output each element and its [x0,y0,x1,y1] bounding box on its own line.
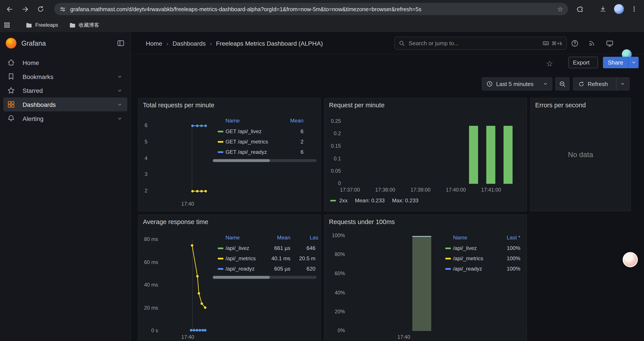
browser-toolbar: grafana.mathmast.com/d/deytv4rwavabkb/fr… [0,0,644,18]
grafana-top-nav: Home›Dashboards›Freeleaps Metrics Dashbo… [131,32,644,54]
legend-column-header[interactable]: Mean [229,234,290,240]
line-chart [150,126,210,191]
time-range-picker[interactable]: Last 5 minutes [482,77,552,90]
x-axis-label: 17:38:00 [369,187,402,193]
legend-value: 100% [459,255,520,261]
bookmark-folder-freeleaps[interactable]: Freeleaps [23,21,61,30]
extensions-icon[interactable] [574,3,586,15]
share-menu-chevron-icon[interactable] [628,57,639,68]
breadcrumb: Home›Dashboards›Freeleaps Metrics Dashbo… [146,32,323,54]
bookmark-folder-label: Freeleaps [35,22,58,28]
y-axis-label: 0.2 [324,131,341,137]
y-axis-label: 3 [138,172,148,177]
help-icon[interactable] [570,38,580,48]
panel-title[interactable]: Total requests per minute [143,102,214,109]
grafana-logo[interactable] [6,38,16,49]
bell-icon [7,114,15,122]
breadcrumb-separator: › [210,40,212,47]
y-axis-label: 0 [324,181,341,186]
legend-scrollbar-thumb[interactable] [213,159,270,162]
legend-column-header[interactable]: Las [310,234,318,240]
y-axis-label: 80% [324,252,345,257]
collapse-sidebar-icon[interactable] [116,39,125,47]
x-axis-label: 17:37:00 [334,187,366,193]
breadcrumb-item[interactable]: Dashboards [172,40,206,47]
panel-title[interactable]: Request per minute [329,102,384,109]
downloads-icon[interactable] [597,3,608,15]
search-placeholder: Search or jump to... [408,40,542,47]
bar [504,126,512,184]
refresh-button[interactable]: Refresh [574,78,613,90]
legend-column-header[interactable]: Last * [459,234,520,240]
chevron-down-icon [117,88,122,93]
y-axis-label: 40% [324,290,345,295]
back-icon[interactable] [4,3,15,15]
panel-errors-per-second: Errors per secondNo data [530,98,631,211]
legend-value: 646 [254,245,316,251]
breadcrumb-separator: › [166,40,168,47]
y-axis-label: 20 ms [138,305,158,310]
rss-icon[interactable] [587,38,597,48]
grafana-app: Grafana HomeBookmarksStarredDashboardsAl… [0,32,644,341]
chat-widget-avatar[interactable] [623,252,638,267]
star-icon [7,86,15,94]
legend-value: 20.5 m [254,255,316,261]
bar [469,126,478,184]
y-axis-label: 6 [138,122,148,128]
forward-icon[interactable] [19,3,31,15]
bookmark-folder-blogs[interactable]: 收藏博客 [66,21,102,30]
legend-column-header[interactable]: Name [226,118,240,124]
series-color-swatch [218,268,223,270]
sidebar-item-label: Bookmarks [22,73,54,80]
browser-profile-avatar[interactable] [614,4,624,14]
brand-title: Grafana [21,39,116,47]
address-bar[interactable]: grafana.mathmast.com/d/deytv4rwavabkb/fr… [54,3,568,15]
legend-value: 6 [242,149,304,155]
sidebar-item-starred[interactable]: Starred [3,83,127,97]
series-color-swatch [445,258,451,259]
x-axis-label: 17:40 [171,334,204,340]
panel-title[interactable]: Average response time [143,218,208,226]
monitor-icon[interactable] [604,38,614,48]
panel-request-per-minute: Request per minute0.250.20.150.10.05017:… [324,98,527,211]
y-axis-label: 20% [324,309,345,314]
search-input[interactable]: Search or jump to... ⌘+k [394,37,567,50]
legend-value: 620 [254,265,316,272]
sidebar-item-alerting[interactable]: Alerting [3,112,127,126]
sidebar-item-bookmarks[interactable]: Bookmarks [3,70,127,84]
reload-icon[interactable] [35,3,46,15]
legend-column-header[interactable]: Mean [242,118,304,124]
no-data-message: No data [531,98,630,211]
bookmark-page-star-icon[interactable]: ☆ [557,5,563,13]
sidebar-item-label: Home [22,59,39,66]
apps-grid-icon[interactable] [0,19,14,31]
y-axis-label: 0.05 [324,168,341,174]
folder-icon [69,22,76,29]
chevron-down-icon [117,116,122,121]
breadcrumb-item: Freeleaps Metrics Dashboard (ALPHA) [216,40,323,47]
sidebar-item-dashboards[interactable]: Dashboards [3,97,127,112]
share-button[interactable]: Share [603,57,628,68]
favorite-star-icon[interactable]: ☆ [544,58,555,69]
x-axis-label: 17:40 [171,201,204,207]
clock-icon [486,81,493,87]
y-axis-label: 4 [138,155,148,161]
refresh-interval-chevron-icon[interactable] [616,78,628,90]
browser-menu-icon[interactable] [628,3,640,15]
panel-title[interactable]: Requests under 100ms [329,218,395,226]
breadcrumb-item[interactable]: Home [146,40,162,47]
legend-value: 100% [459,265,520,272]
bookmark-folder-label: 收藏博客 [79,22,99,29]
sidebar-item-home[interactable]: Home [3,56,127,70]
site-controls-icon[interactable] [59,6,66,13]
url-text: grafana.mathmast.com/d/deytv4rwavabkb/fr… [70,6,557,12]
zoom-out-time-button[interactable] [555,77,570,90]
panel-requests-under-100ms: Requests under 100ms100%80%60%40%20%0%17… [324,215,527,341]
legend-scrollbar-thumb[interactable] [213,276,270,279]
bookmark-icon [7,72,15,81]
y-axis-label: 100% [324,233,345,238]
export-button[interactable]: Export [568,57,598,68]
x-axis-label: 17:41:00 [475,187,508,193]
series-color-swatch [218,131,223,132]
legend-series-name[interactable]: 2xx [339,197,348,203]
